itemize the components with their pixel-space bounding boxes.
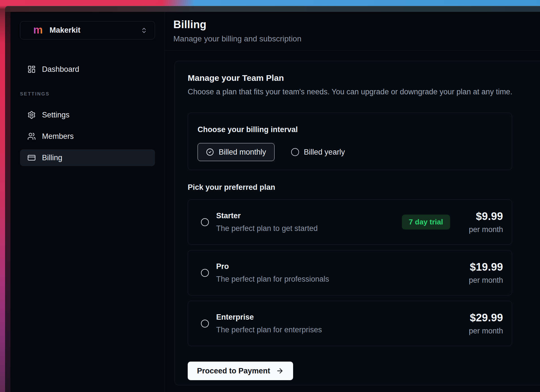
app-window: m Makerkit Dashboard SETTINGS Settings bbox=[10, 12, 540, 392]
billing-interval-options: Billed monthly Billed yearly bbox=[198, 143, 512, 161]
radio-circle-icon[interactable] bbox=[201, 320, 209, 328]
page-subtitle: Manage your billing and subscription bbox=[173, 34, 540, 43]
team-name: Makerkit bbox=[50, 26, 81, 35]
credit-card-icon bbox=[27, 153, 36, 162]
trial-badge: 7 day trial bbox=[402, 215, 450, 230]
plan-name: Enterprise bbox=[216, 313, 322, 322]
card-description: Choose a plan that fits your team's need… bbox=[188, 88, 540, 96]
billed-monthly-option[interactable]: Billed monthly bbox=[198, 143, 275, 161]
check-circle-icon bbox=[206, 148, 214, 156]
plan-price-area: $19.99 per month bbox=[461, 261, 503, 285]
radio-circle-icon[interactable] bbox=[201, 218, 209, 226]
sidebar-item-billing[interactable]: Billing bbox=[20, 149, 155, 166]
sidebar-item-label: Billing bbox=[42, 153, 62, 162]
plans-list: Starter The perfect plan to get started … bbox=[188, 199, 540, 346]
page-header: Billing Manage your billing and subscrip… bbox=[165, 12, 540, 43]
billed-yearly-option[interactable]: Billed yearly bbox=[291, 148, 345, 157]
price-block: $9.99 per month bbox=[461, 210, 503, 234]
plan-period: per month bbox=[461, 276, 503, 285]
page-title: Billing bbox=[173, 19, 540, 31]
billing-interval-box: Choose your billing interval Billed mont… bbox=[188, 113, 512, 170]
window-left-edge bbox=[5, 12, 10, 392]
plan-price-area: 7 day trial $9.99 per month bbox=[402, 210, 503, 234]
sidebar: m Makerkit Dashboard SETTINGS Settings bbox=[10, 12, 165, 392]
proceed-to-payment-label: Proceed to Payment bbox=[197, 367, 270, 375]
plan-text: Enterprise The perfect plan for enterpri… bbox=[216, 313, 322, 334]
proceed-to-payment-button[interactable]: Proceed to Payment bbox=[188, 362, 293, 380]
plan-name: Starter bbox=[216, 211, 318, 220]
plans-label: Pick your preferred plan bbox=[188, 183, 540, 192]
plan-price: $9.99 bbox=[461, 210, 503, 222]
card-title: Manage your Team Plan bbox=[188, 73, 540, 83]
gear-icon bbox=[27, 111, 36, 119]
price-block: $29.99 per month bbox=[461, 312, 503, 335]
billed-monthly-label: Billed monthly bbox=[219, 148, 266, 157]
plan-price-area: $29.99 per month bbox=[461, 312, 503, 335]
plan-period: per month bbox=[461, 225, 503, 234]
plan-row-pro[interactable]: Pro The perfect plan for professionals $… bbox=[188, 250, 512, 295]
users-icon bbox=[27, 132, 36, 141]
chevrons-up-down-icon bbox=[141, 27, 147, 34]
plan-row-enterprise[interactable]: Enterprise The perfect plan for enterpri… bbox=[188, 301, 512, 346]
radio-circle-icon[interactable] bbox=[201, 269, 209, 277]
arrow-right-icon bbox=[276, 367, 284, 375]
plan-description: The perfect plan to get started bbox=[216, 224, 318, 233]
team-plan-card: Manage your Team Plan Choose a plan that… bbox=[174, 61, 540, 385]
sidebar-item-settings[interactable]: Settings bbox=[20, 106, 155, 123]
sidebar-item-label: Settings bbox=[42, 111, 70, 119]
sidebar-item-dashboard[interactable]: Dashboard bbox=[20, 61, 155, 78]
plan-name: Pro bbox=[216, 262, 329, 271]
plan-price: $29.99 bbox=[461, 312, 503, 324]
plan-text: Pro The perfect plan for professionals bbox=[216, 262, 329, 284]
plan-period: per month bbox=[461, 327, 503, 335]
sidebar-nav: Dashboard SETTINGS Settings Members B bbox=[20, 61, 155, 166]
plan-text: Starter The perfect plan to get started bbox=[216, 211, 318, 233]
sidebar-section-settings: SETTINGS bbox=[20, 91, 155, 97]
team-selector[interactable]: m Makerkit bbox=[20, 21, 155, 39]
plan-description: The perfect plan for professionals bbox=[216, 275, 329, 284]
price-block: $19.99 per month bbox=[461, 261, 503, 285]
header-divider bbox=[165, 50, 540, 50]
plan-price: $19.99 bbox=[461, 261, 503, 273]
sidebar-item-members[interactable]: Members bbox=[20, 128, 155, 145]
makerkit-logo-icon: m bbox=[33, 24, 43, 35]
radio-circle-icon bbox=[291, 148, 299, 156]
main-content: Billing Manage your billing and subscrip… bbox=[165, 12, 540, 392]
sidebar-item-label: Members bbox=[42, 132, 74, 141]
billed-yearly-label: Billed yearly bbox=[304, 148, 345, 157]
plan-row-starter[interactable]: Starter The perfect plan to get started … bbox=[188, 199, 512, 245]
plan-description: The perfect plan for enterprises bbox=[216, 326, 322, 334]
window-titlebar[interactable] bbox=[5, 6, 540, 12]
layout-dashboard-icon bbox=[27, 65, 36, 74]
billing-interval-label: Choose your billing interval bbox=[198, 125, 512, 134]
sidebar-item-label: Dashboard bbox=[42, 65, 79, 74]
